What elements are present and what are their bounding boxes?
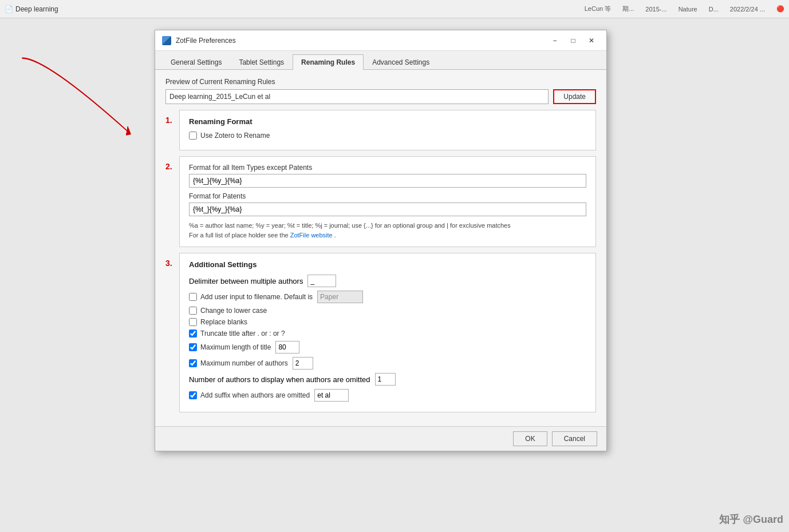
dialog-content: Preview of Current Renaming Rules Update…	[155, 70, 606, 426]
max-title-checkbox[interactable]	[189, 343, 197, 351]
window-controls[interactable]: − □ ✕	[547, 34, 599, 47]
format-all-input[interactable]	[189, 174, 586, 188]
update-button[interactable]: Update	[553, 89, 596, 104]
close-button[interactable]: ✕	[583, 34, 599, 47]
lower-case-row: Change to lower case	[189, 307, 586, 315]
delimiter-input[interactable]	[307, 275, 336, 287]
hint-line2-end: .	[334, 232, 336, 239]
max-title-text: Maximum length of title	[200, 343, 271, 351]
use-zotero-text: Use Zotero to Rename	[200, 132, 270, 140]
lower-case-text: Change to lower case	[200, 307, 267, 315]
replace-blanks-text: Replace blanks	[200, 318, 247, 326]
truncate-text: Truncate title after . or : or ?	[200, 329, 285, 338]
delimiter-label: Delimiter between multiple authors	[189, 277, 303, 285]
section1-number: 1.	[165, 116, 172, 125]
tab-tablet-settings[interactable]: Tablet Settings	[230, 54, 293, 70]
replace-blanks-row: Replace blanks	[189, 318, 586, 326]
top-bar-columns: LeCun 等 期... 2015-... Nature D... 2022/2…	[585, 5, 784, 13]
top-bar-file-icon: 📄 Deep learning	[5, 5, 58, 13]
suffix-input[interactable]	[314, 389, 349, 402]
section1-title: Renaming Format	[189, 117, 586, 126]
lower-case-checkbox[interactable]	[189, 307, 197, 315]
truncate-label: Truncate title after . or : or ?	[189, 329, 285, 338]
suffix-label: Add suffix when authors are omitted	[189, 391, 310, 399]
replace-blanks-label: Replace blanks	[189, 318, 247, 326]
tab-general-settings[interactable]: General Settings	[162, 54, 230, 70]
preview-input[interactable]	[165, 89, 549, 104]
use-zotero-label: Use Zotero to Rename	[189, 132, 270, 140]
use-zotero-row: Use Zotero to Rename	[189, 132, 586, 140]
maximize-button[interactable]: □	[565, 34, 581, 47]
truncate-row: Truncate title after . or : or ?	[189, 329, 586, 338]
zotfile-preferences-dialog: ZotFile Preferences − □ ✕ General Settin…	[155, 30, 607, 451]
preview-row: Update	[165, 89, 596, 104]
section2-number: 2.	[165, 162, 172, 171]
truncate-checkbox[interactable]	[189, 329, 197, 338]
format-patents-label: Format for Patents	[189, 192, 586, 200]
top-bar-indicator: 🔴	[776, 5, 784, 13]
tab-advanced-settings[interactable]: Advanced Settings	[364, 54, 438, 70]
lower-case-label: Change to lower case	[189, 307, 267, 315]
max-authors-text: Maximum number of authors	[200, 359, 288, 367]
col-5: 2022/2/24 ...	[730, 6, 765, 13]
suffix-text: Add suffix when authors are omitted	[200, 391, 310, 399]
tab-renaming-rules[interactable]: Renaming Rules	[293, 54, 364, 70]
col-1: 期...	[622, 5, 634, 13]
add-user-input-checkbox[interactable]	[189, 293, 197, 301]
max-title-input[interactable]	[275, 341, 299, 354]
col-3: Nature	[678, 6, 697, 13]
cancel-button[interactable]: Cancel	[552, 431, 597, 446]
sections-wrapper: 1. Renaming Format Use Zotero to Rename	[165, 110, 596, 412]
preview-section: Preview of Current Renaming Rules Update	[165, 78, 596, 104]
max-title-label: Maximum length of title	[189, 343, 271, 351]
hint-line1: %a = author last name; %y = year; %t = t…	[189, 222, 511, 229]
add-user-input-text: Add user input to filename. Default is	[200, 293, 313, 301]
max-authors-input[interactable]	[293, 357, 313, 370]
arrow-annotation	[17, 53, 132, 123]
section2-wrapper: 2. Format for all Item Types except Pate…	[179, 156, 596, 247]
minimize-button[interactable]: −	[547, 34, 563, 47]
omit-label: Number of authors to display when author…	[189, 375, 370, 384]
section3-number: 3.	[165, 259, 172, 268]
section3-wrapper: 3. Additional Settings Delimiter between…	[179, 253, 596, 412]
format-all-label: Format for all Item Types except Patents	[189, 164, 586, 172]
col-0: LeCun 等	[585, 5, 611, 13]
desktop: ZotFile Preferences − □ ✕ General Settin…	[0, 18, 789, 532]
add-user-input-label: Add user input to filename. Default is	[189, 293, 313, 301]
ok-button[interactable]: OK	[513, 431, 547, 446]
top-bar: 📄 Deep learning LeCun 等 期... 2015-... Na…	[0, 0, 789, 18]
section1: Renaming Format Use Zotero to Rename	[179, 110, 596, 150]
hint-line2-start: For a full list of place holder see the	[189, 232, 290, 239]
section1-wrapper: 1. Renaming Format Use Zotero to Rename	[179, 110, 596, 150]
bottom-bar: OK Cancel	[155, 426, 606, 451]
watermark: 知乎 @Guard	[719, 513, 783, 526]
title-bar: ZotFile Preferences − □ ✕	[155, 30, 606, 51]
add-user-input-row: Add user input to filename. Default is	[189, 291, 586, 303]
col-2: 2015-...	[645, 6, 666, 13]
max-authors-checkbox[interactable]	[189, 359, 197, 367]
max-title-row: Maximum length of title	[189, 341, 586, 354]
section3-title: Additional Settings	[189, 260, 586, 269]
replace-blanks-checkbox[interactable]	[189, 318, 197, 326]
dialog-title: ZotFile Preferences	[176, 37, 547, 45]
col-4: D...	[709, 6, 719, 13]
suffix-row: Add suffix when authors are omitted	[189, 389, 586, 402]
tab-bar: General Settings Tablet Settings Renamin…	[155, 51, 606, 70]
max-authors-row: Maximum number of authors	[189, 357, 586, 370]
hint-text: %a = author last name; %y = year; %t = t…	[189, 221, 586, 240]
dialog-icon	[162, 36, 171, 45]
section3: Additional Settings Delimiter between mu…	[179, 253, 596, 412]
delimiter-row: Delimiter between multiple authors	[189, 275, 586, 287]
omit-input[interactable]	[375, 373, 396, 386]
max-authors-label: Maximum number of authors	[189, 359, 288, 367]
suffix-checkbox[interactable]	[189, 391, 197, 399]
preview-label: Preview of Current Renaming Rules	[165, 78, 596, 86]
user-input-default-field	[317, 291, 363, 303]
format-patents-input[interactable]	[189, 203, 586, 216]
omit-row: Number of authors to display when author…	[189, 373, 586, 386]
section2: Format for all Item Types except Patents…	[179, 156, 596, 247]
zotfile-website-link[interactable]: ZotFile website	[290, 232, 333, 239]
use-zotero-checkbox[interactable]	[189, 132, 197, 140]
top-bar-title: Deep learning	[15, 5, 58, 13]
